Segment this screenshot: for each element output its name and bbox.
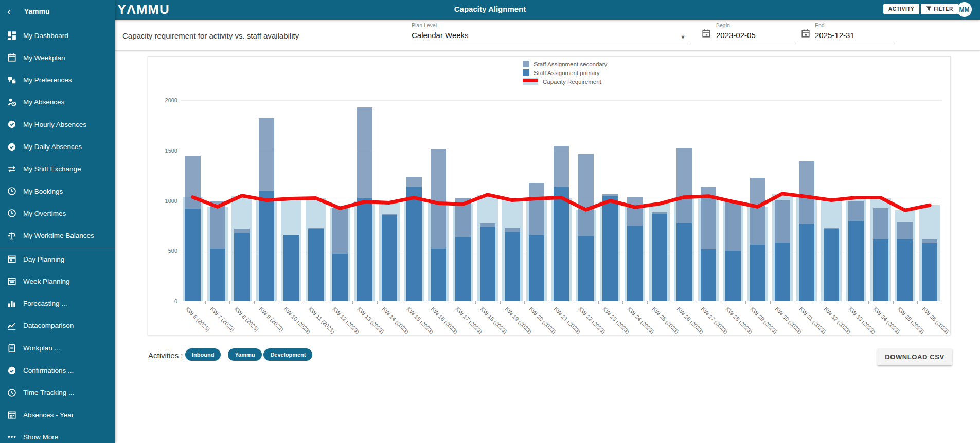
activity-chip-development[interactable]: Development bbox=[263, 348, 312, 361]
activity-chip-yammu[interactable]: Yammu bbox=[228, 348, 261, 361]
staff-assignment-secondary-bar[interactable] bbox=[725, 201, 741, 251]
sidebar-item-forecasting[interactable]: Forecasting ... bbox=[0, 293, 115, 314]
staff-assignment-primary-bar[interactable] bbox=[676, 223, 692, 301]
staff-assignment-secondary-bar[interactable] bbox=[234, 229, 250, 233]
filter-button[interactable]: FILTER bbox=[921, 4, 958, 14]
staff-assignment-primary-bar[interactable] bbox=[873, 239, 888, 301]
staff-assignment-primary-bar[interactable] bbox=[480, 227, 495, 301]
sidebar-item-workplan[interactable]: Workplan ... bbox=[0, 338, 115, 358]
sidebar-item-confirmations[interactable]: Confirmations ... bbox=[0, 360, 115, 381]
activity-chip-inbound[interactable]: Inbound bbox=[185, 348, 221, 361]
capacity-alignment-page: YΛMMU Capacity Alignment ACTIVITY FILTER… bbox=[0, 0, 980, 443]
staff-assignment-primary-bar[interactable] bbox=[210, 249, 225, 301]
staff-assignment-secondary-bar[interactable] bbox=[529, 183, 544, 235]
sidebar-item-show-more[interactable]: Show More bbox=[0, 427, 115, 443]
staff-assignment-primary-bar[interactable] bbox=[332, 254, 348, 301]
sidebar-item-day-planning[interactable]: Day Planning bbox=[0, 249, 115, 269]
staff-assignment-primary-bar[interactable] bbox=[308, 229, 324, 301]
x-axis-tick-label: KW 8 (2023) bbox=[234, 306, 260, 333]
staff-assignment-primary-bar[interactable] bbox=[234, 233, 250, 301]
staff-assignment-secondary-bar[interactable] bbox=[750, 178, 765, 245]
staff-assignment-secondary-bar[interactable] bbox=[357, 107, 372, 198]
staff-assignment-primary-bar[interactable] bbox=[652, 214, 667, 301]
staff-assignment-secondary-bar[interactable] bbox=[848, 201, 864, 221]
staff-assignment-secondary-bar[interactable] bbox=[455, 198, 471, 237]
staff-assignment-secondary-bar[interactable] bbox=[578, 154, 594, 236]
sidebar-item-absences-year[interactable]: Absences - Year bbox=[0, 404, 115, 425]
thumbs-icon bbox=[7, 76, 16, 85]
staff-assignment-primary-bar[interactable] bbox=[602, 196, 618, 301]
chevron-down-icon[interactable]: ▼ bbox=[680, 34, 686, 40]
staff-assignment-secondary-bar[interactable] bbox=[406, 177, 422, 187]
sidebar-item-my-dashboard[interactable]: My Dashboard bbox=[0, 25, 115, 46]
plan-level-select[interactable]: Plan Level Calendar Weeks bbox=[412, 22, 689, 43]
staff-assignment-primary-bar[interactable] bbox=[382, 215, 397, 301]
staff-assignment-primary-bar[interactable] bbox=[185, 209, 201, 301]
x-axis-tick bbox=[377, 301, 378, 304]
sidebar-item-datacomparison[interactable]: Datacomparison bbox=[0, 316, 115, 336]
staff-assignment-primary-bar[interactable] bbox=[922, 243, 937, 301]
staff-assignment-secondary-bar[interactable] bbox=[701, 187, 716, 249]
staff-assignment-primary-bar[interactable] bbox=[824, 229, 839, 301]
staff-assignment-primary-bar[interactable] bbox=[554, 187, 569, 301]
calendar-icon bbox=[7, 53, 16, 62]
staff-assignment-secondary-bar[interactable] bbox=[185, 156, 201, 209]
staff-assignment-secondary-bar[interactable] bbox=[627, 197, 643, 226]
staff-assignment-primary-bar[interactable] bbox=[725, 251, 741, 301]
sidebar-item-my-daily-absences[interactable]: My Daily Absences bbox=[0, 137, 115, 157]
staff-assignment-primary-bar[interactable] bbox=[283, 235, 299, 301]
sidebar-item-label: Confirmations ... bbox=[23, 366, 74, 374]
staff-assignment-primary-bar[interactable] bbox=[431, 249, 446, 301]
staff-assignment-primary-bar[interactable] bbox=[357, 198, 372, 301]
staff-assignment-secondary-bar[interactable] bbox=[259, 118, 274, 191]
sidebar-item-label: My Absences bbox=[23, 98, 64, 106]
staff-assignment-primary-bar[interactable] bbox=[799, 224, 814, 301]
sidebar-item-my-bookings[interactable]: My Bookings bbox=[0, 181, 115, 201]
clock-icon bbox=[7, 388, 16, 397]
staff-assignment-primary-bar[interactable] bbox=[455, 237, 471, 301]
staff-assignment-secondary-bar[interactable] bbox=[505, 228, 520, 232]
avatar[interactable]: MM bbox=[957, 2, 972, 17]
sidebar-item-week-planning[interactable]: Week Planning bbox=[0, 271, 115, 291]
sidebar-item-my-overtimes[interactable]: My Overtimes bbox=[0, 203, 115, 224]
begin-date-field[interactable]: Begin 2023-02-05 bbox=[716, 22, 797, 43]
staff-assignment-primary-bar[interactable] bbox=[750, 245, 765, 301]
sidebar-item-time-tracking[interactable]: Time Tracking ... bbox=[0, 382, 115, 403]
sidebar-item-my-absences[interactable]: My Absences bbox=[0, 92, 115, 113]
staff-assignment-primary-bar[interactable] bbox=[897, 239, 913, 301]
sidebar-item-label: My Shift Exchange bbox=[23, 165, 81, 173]
end-date-field[interactable]: End 2025-12-31 bbox=[815, 22, 896, 43]
begin-calendar-icon[interactable] bbox=[702, 29, 711, 38]
x-axis-tick bbox=[819, 301, 819, 304]
staff-assignment-secondary-bar[interactable] bbox=[676, 148, 692, 223]
staff-assignment-secondary-bar[interactable] bbox=[554, 146, 569, 187]
staff-assignment-secondary-bar[interactable] bbox=[897, 222, 913, 239]
sidebar-item-my-hourly-absences[interactable]: My Hourly Absences bbox=[0, 114, 115, 135]
sidebar-item-my-preferences[interactable]: My Preferences bbox=[0, 70, 115, 90]
staff-assignment-primary-bar[interactable] bbox=[627, 226, 643, 301]
staff-assignment-secondary-bar[interactable] bbox=[799, 161, 814, 224]
x-axis-tick bbox=[549, 301, 549, 304]
staff-assignment-primary-bar[interactable] bbox=[701, 249, 716, 301]
staff-assignment-primary-bar[interactable] bbox=[578, 236, 594, 301]
collapse-sidebar-icon[interactable]: ‹ bbox=[7, 6, 11, 16]
staff-assignment-secondary-bar[interactable] bbox=[431, 149, 446, 249]
staff-assignment-secondary-bar[interactable] bbox=[873, 208, 888, 239]
staff-assignment-secondary-bar[interactable] bbox=[922, 239, 937, 243]
sidebar-item-my-weekplan[interactable]: My Weekplan bbox=[0, 47, 115, 68]
sidebar-item-my-shift-exchange[interactable]: My Shift Exchange bbox=[0, 159, 115, 179]
staff-assignment-primary-bar[interactable] bbox=[505, 232, 520, 301]
staff-assignment-secondary-bar[interactable] bbox=[332, 208, 348, 254]
staff-assignment-secondary-bar[interactable] bbox=[480, 223, 495, 227]
staff-assignment-primary-bar[interactable] bbox=[848, 221, 864, 301]
sidebar-item-my-worktime-balances[interactable]: My Worktime Balances bbox=[0, 226, 115, 246]
staff-assignment-secondary-bar[interactable] bbox=[775, 200, 790, 243]
staff-assignment-secondary-bar[interactable] bbox=[210, 201, 225, 249]
staff-assignment-primary-bar[interactable] bbox=[529, 235, 544, 301]
staff-assignment-primary-bar[interactable] bbox=[406, 187, 422, 301]
staff-assignment-primary-bar[interactable] bbox=[259, 191, 274, 301]
activity-button[interactable]: ACTIVITY bbox=[883, 4, 919, 14]
end-calendar-icon[interactable] bbox=[801, 29, 810, 38]
staff-assignment-primary-bar[interactable] bbox=[775, 243, 790, 301]
download-csv-button[interactable]: DOWNLOAD CSV bbox=[877, 348, 952, 365]
